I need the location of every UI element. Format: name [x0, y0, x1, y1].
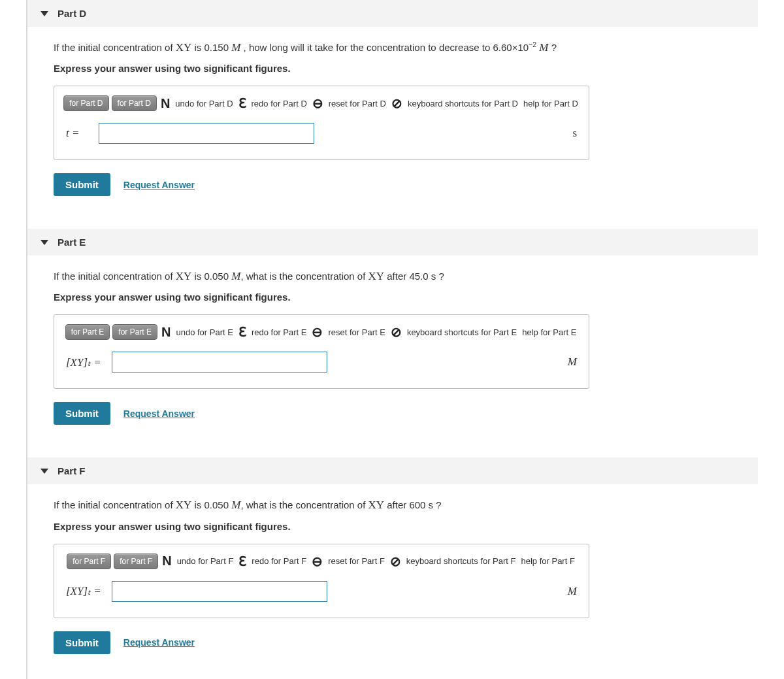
toolbar-btn-1[interactable]: for Part E — [65, 324, 110, 340]
toolbar-help[interactable]: help for Part E — [521, 327, 578, 337]
toolbar-btn-1[interactable]: for Part D — [63, 95, 108, 111]
part-D-body: If the initial concentration of XY is 0.… — [27, 27, 758, 212]
toolbar-glyph-n-icon: N — [162, 554, 171, 569]
toolbar-undo[interactable]: undo for Part F — [176, 556, 235, 566]
toolbar-redo[interactable]: redo for Part F — [250, 556, 308, 566]
toolbar-glyph-e-icon: Ɛ — [238, 554, 246, 569]
part-D-unit: s — [572, 127, 577, 140]
part-D-input[interactable] — [99, 123, 314, 144]
part-F-instruction: Express your answer using two significan… — [54, 521, 732, 532]
toolbar-redo[interactable]: redo for Part E — [250, 327, 308, 337]
part-E-question: If the initial concentration of XY is 0.… — [54, 267, 732, 285]
request-answer-link-D[interactable]: Request Answer — [123, 180, 195, 190]
part-E-header[interactable]: Part E — [27, 229, 758, 256]
toolbar-reset[interactable]: reset for Part E — [327, 327, 386, 337]
part-F-var-label: [XY]ₜ = — [66, 584, 105, 598]
part-D: Part D If the initial concentration of X… — [27, 0, 758, 212]
part-E-body: If the initial concentration of XY is 0.… — [27, 256, 758, 441]
part-D-toolbar: for Part D for Part D N undo for Part D … — [66, 95, 577, 111]
part-D-title: Part D — [57, 8, 86, 19]
toolbar-help[interactable]: help for Part F — [519, 556, 576, 566]
page-container: Part D If the initial concentration of X… — [26, 0, 758, 679]
submit-button-E[interactable]: Submit — [54, 402, 110, 425]
toolbar-reset[interactable]: reset for Part F — [327, 556, 386, 566]
part-E-input[interactable] — [112, 352, 327, 373]
part-E: Part E If the initial concentration of X… — [27, 229, 758, 441]
toolbar-btn-2[interactable]: for Part D — [112, 95, 157, 111]
toolbar-glyph-n-icon: N — [161, 325, 171, 340]
part-E-var-label: [XY]ₜ = — [66, 356, 105, 369]
part-F-toolbar: for Part F for Part F N undo for Part F … — [66, 554, 577, 569]
part-F-button-row: Submit Request Answer — [54, 631, 732, 654]
request-answer-link-E[interactable]: Request Answer — [123, 408, 195, 419]
submit-button-F[interactable]: Submit — [54, 631, 110, 654]
part-E-button-row: Submit Request Answer — [54, 402, 732, 425]
toolbar-glyph-loop-icon: ⊖ — [312, 554, 323, 569]
part-F-input[interactable] — [112, 581, 327, 602]
toolbar-kb[interactable]: keyboard shortcuts for Part E — [406, 327, 518, 337]
toolbar-btn-1[interactable]: for Part F — [67, 554, 111, 569]
toolbar-redo[interactable]: redo for Part D — [250, 99, 308, 108]
part-E-title: Part E — [57, 237, 86, 248]
toolbar-glyph-kb-icon: ⊘ — [391, 95, 402, 111]
request-answer-link-F[interactable]: Request Answer — [123, 637, 195, 648]
part-D-answer-box: for Part D for Part D N undo for Part D … — [54, 86, 589, 160]
toolbar-help[interactable]: help for Part D — [522, 99, 580, 108]
part-E-instruction: Express your answer using two significan… — [54, 291, 732, 303]
part-F-header[interactable]: Part F — [27, 457, 758, 484]
toolbar-undo[interactable]: undo for Part E — [174, 327, 234, 337]
part-D-button-row: Submit Request Answer — [54, 173, 732, 196]
chevron-down-icon[interactable] — [41, 469, 48, 474]
part-E-unit: M — [568, 356, 577, 369]
toolbar-glyph-e-icon: Ɛ — [238, 95, 246, 111]
part-F-body: If the initial concentration of XY is 0.… — [27, 484, 758, 670]
submit-button-D[interactable]: Submit — [54, 173, 110, 196]
toolbar-kb[interactable]: keyboard shortcuts for Part D — [406, 99, 519, 108]
toolbar-glyph-loop-icon: ⊖ — [312, 324, 323, 340]
part-F-title: Part F — [57, 465, 86, 476]
part-F-answer-box: for Part F for Part F N undo for Part F … — [54, 544, 589, 618]
part-F-input-row: [XY]ₜ = M — [66, 581, 577, 602]
chevron-down-icon[interactable] — [41, 240, 48, 245]
chevron-down-icon[interactable] — [41, 11, 48, 16]
part-E-toolbar: for Part E for Part E N undo for Part E … — [66, 324, 577, 340]
part-E-input-row: [XY]ₜ = M — [66, 352, 577, 373]
part-E-answer-box: for Part E for Part E N undo for Part E … — [54, 314, 589, 389]
toolbar-glyph-n-icon: N — [161, 96, 170, 111]
toolbar-reset[interactable]: reset for Part D — [327, 99, 387, 108]
toolbar-undo[interactable]: undo for Part D — [174, 99, 234, 108]
part-D-var-label: t = — [66, 127, 92, 140]
part-D-instruction: Express your answer using two significan… — [54, 63, 732, 74]
part-D-input-row: t = s — [66, 123, 577, 144]
part-F-question: If the initial concentration of XY is 0.… — [54, 496, 732, 514]
part-D-header[interactable]: Part D — [27, 0, 758, 27]
toolbar-glyph-kb-icon: ⊘ — [391, 324, 402, 340]
toolbar-glyph-kb-icon: ⊘ — [390, 554, 401, 569]
part-F: Part F If the initial concentration of X… — [27, 457, 758, 670]
toolbar-btn-2[interactable]: for Part E — [112, 324, 157, 340]
toolbar-glyph-loop-icon: ⊖ — [312, 95, 323, 111]
toolbar-kb[interactable]: keyboard shortcuts for Part F — [405, 556, 517, 566]
toolbar-glyph-e-icon: Ɛ — [238, 324, 246, 340]
part-F-unit: M — [568, 585, 577, 598]
toolbar-btn-2[interactable]: for Part F — [114, 554, 158, 569]
part-D-question: If the initial concentration of XY is 0.… — [54, 39, 732, 56]
